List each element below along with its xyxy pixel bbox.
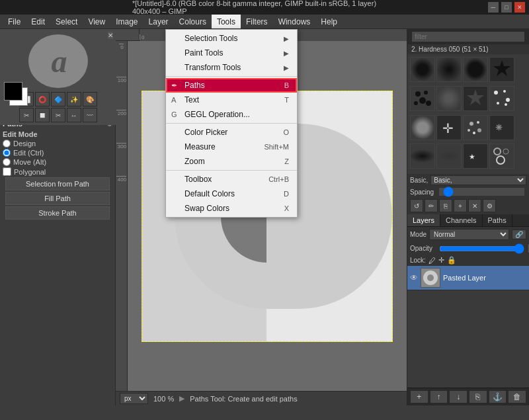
menu-paths[interactable]: ✒ Paths B xyxy=(166,78,297,93)
menu-transform-tools[interactable]: Transform Tools ▶ xyxy=(166,60,297,75)
tab-layers[interactable]: Layers xyxy=(407,214,440,226)
stroke-path-button[interactable]: Stroke Path xyxy=(5,206,110,220)
tool-select-by-color[interactable]: 🎨 xyxy=(83,92,97,106)
menu-toolbox[interactable]: Toolbox Ctrl+B xyxy=(166,172,297,187)
unit-select[interactable]: px mm in xyxy=(120,393,148,404)
delete-brush-icon[interactable]: ✕ xyxy=(468,199,481,212)
menu-image[interactable]: Image xyxy=(110,15,143,28)
brush-icon-row: ↺ ✏ ⎘ + ✕ ⚙ xyxy=(407,197,529,214)
menu-selection-tools[interactable]: Selection Tools ▶ xyxy=(166,31,297,46)
mode-move-option[interactable]: Move (Alt) xyxy=(3,158,112,166)
brush-14[interactable] xyxy=(436,144,462,169)
tool-free-select[interactable]: 🔷 xyxy=(51,92,65,106)
polygonal-option[interactable]: Polygonal xyxy=(3,167,112,176)
svg-point-9 xyxy=(506,98,510,102)
brush-3[interactable] xyxy=(463,57,488,82)
menu-colours[interactable]: Colours xyxy=(174,15,212,28)
selection-from-path-button[interactable]: Selection from Path xyxy=(5,177,110,190)
brush-8[interactable] xyxy=(489,86,514,111)
menu-edit[interactable]: Edit xyxy=(26,15,50,28)
raise-layer-button[interactable]: ↑ xyxy=(430,390,448,403)
menu-color-picker[interactable]: Color Picker O xyxy=(166,125,297,140)
layer-thumbnail xyxy=(421,268,440,288)
brush-11[interactable] xyxy=(463,115,488,140)
spacing-row: Spacing 10.0 xyxy=(407,187,529,197)
menu-text[interactable]: A Text T xyxy=(166,93,297,107)
menu-file[interactable]: File xyxy=(3,15,26,28)
brush-16[interactable] xyxy=(489,144,514,169)
menu-paint-tools[interactable]: Paint Tools ▶ xyxy=(166,46,297,60)
brush-15[interactable]: ⋆ xyxy=(463,144,488,169)
spacing-slider[interactable] xyxy=(439,188,524,196)
brush-9[interactable] xyxy=(410,115,435,140)
menu-view[interactable]: View xyxy=(83,15,110,28)
lower-layer-button[interactable]: ↓ xyxy=(449,390,468,403)
close-preview-button[interactable]: ✕ xyxy=(108,32,113,39)
layer-visibility-icon[interactable]: 👁 xyxy=(410,273,418,282)
tool-ellipse-select[interactable]: ⭕ xyxy=(35,92,50,106)
brushes-filter-input[interactable] xyxy=(411,31,525,42)
lock-position-button[interactable]: ✛ xyxy=(438,256,444,265)
svg-text:⋆: ⋆ xyxy=(468,148,477,165)
delete-layer-button[interactable]: 🗑 xyxy=(508,390,526,403)
svg-point-15 xyxy=(468,129,470,132)
lock-pixels-button[interactable]: 🖊 xyxy=(428,257,436,265)
ruler-left-200: 200 xyxy=(116,110,126,143)
brush-4[interactable] xyxy=(489,57,514,82)
tool-foreground-select[interactable]: 🔲 xyxy=(35,108,50,122)
tool-transform[interactable]: ↔ xyxy=(67,108,81,122)
fill-path-button[interactable]: Fill Path xyxy=(5,192,110,205)
tool-crop[interactable]: ✂ xyxy=(51,108,65,122)
menu-tools[interactable]: Tools xyxy=(212,15,241,28)
svg-point-11 xyxy=(505,103,507,106)
close-button[interactable]: ✕ xyxy=(514,2,525,13)
menu-select[interactable]: Select xyxy=(50,15,83,28)
edit-mode-label: Edit Mode xyxy=(3,130,112,138)
brush-5[interactable] xyxy=(410,86,435,111)
menu-default-colors[interactable]: Default Colors D xyxy=(166,187,297,201)
menu-help[interactable]: Help xyxy=(315,15,343,28)
ruler-left-400: 400 xyxy=(116,176,126,209)
tool-fuzzy-select[interactable]: ✨ xyxy=(67,92,81,106)
duplicate-brush-icon[interactable]: ⎘ xyxy=(439,199,452,212)
settings-icon[interactable]: ⚙ xyxy=(483,199,496,212)
duplicate-layer-button[interactable]: ⎘ xyxy=(469,390,487,403)
menu-measure[interactable]: Measure Shift+M xyxy=(166,140,297,154)
menu-windows[interactable]: Windows xyxy=(273,15,316,28)
menu-filters[interactable]: Filters xyxy=(241,15,273,28)
maximize-button[interactable]: □ xyxy=(501,2,512,13)
tab-channels[interactable]: Channels xyxy=(440,214,482,226)
tool-warp[interactable]: 〰 xyxy=(83,108,97,122)
foreground-color-swatch[interactable] xyxy=(4,82,22,101)
new-layer-button[interactable]: + xyxy=(410,390,428,403)
menu-section-2: ✒ Paths B A Text T G GEGL Operation... xyxy=(166,77,297,124)
opacity-slider[interactable] xyxy=(439,245,524,253)
menu-section-3: Color Picker O Measure Shift+M Zoom Z xyxy=(166,124,297,171)
brush-2[interactable] xyxy=(436,57,462,82)
menu-layer[interactable]: Layer xyxy=(143,15,174,28)
brush-10[interactable]: ✛ xyxy=(436,115,462,140)
edit-brush-icon[interactable]: ✏ xyxy=(425,199,438,212)
lock-alpha-button[interactable]: 🔒 xyxy=(447,256,456,265)
refresh-icon[interactable]: ↺ xyxy=(410,199,423,212)
menu-zoom[interactable]: Zoom Z xyxy=(166,154,297,169)
mode-select[interactable]: Normal xyxy=(429,229,509,240)
brush-6[interactable] xyxy=(436,86,462,111)
brush-12[interactable]: ⁕ xyxy=(489,115,514,140)
brushes-panel-header xyxy=(407,29,529,44)
anchor-layer-button[interactable]: ⚓ xyxy=(489,390,507,403)
mode-edit-option[interactable]: Edit (Ctrl) xyxy=(3,149,112,157)
preset-select[interactable]: Basic, xyxy=(430,175,526,185)
ruler-left-0: 0 xyxy=(119,44,123,77)
brush-7[interactable] xyxy=(463,86,488,111)
mode-chain-button[interactable]: 🔗 xyxy=(512,230,526,239)
menu-gegl[interactable]: G GEGL Operation... xyxy=(166,107,297,122)
tab-paths[interactable]: Paths xyxy=(483,214,512,226)
new-brush-icon[interactable]: + xyxy=(454,199,467,212)
brush-13[interactable] xyxy=(410,144,435,169)
layer-item-pasted[interactable]: 👁 Pasted Layer xyxy=(407,266,529,290)
menu-swap-colors[interactable]: Swap Colors X xyxy=(166,201,297,216)
brush-1[interactable] xyxy=(410,57,435,82)
mode-design-option[interactable]: Design xyxy=(3,140,112,147)
minimize-button[interactable]: ─ xyxy=(488,2,499,13)
